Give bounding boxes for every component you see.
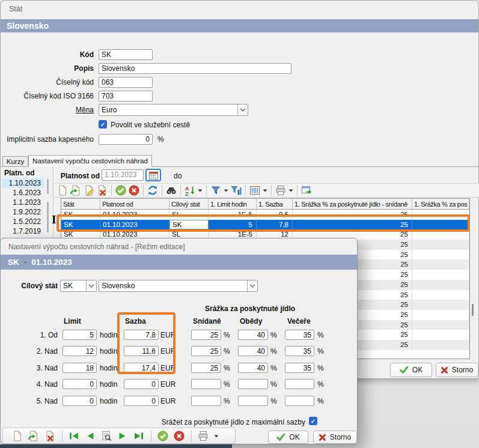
table-row[interactable]: SK01.10.2023SI1E-59,525 xyxy=(61,210,469,220)
limit-input[interactable]: 5 xyxy=(63,330,97,340)
refresh-icon[interactable] xyxy=(147,184,159,196)
view-record-icon[interactable] xyxy=(100,430,112,442)
dropdown-arrow-icon[interactable] xyxy=(288,184,294,196)
table-cell[interactable]: 25 xyxy=(293,210,412,220)
dropdown-arrow-icon[interactable] xyxy=(223,184,229,196)
table-cell[interactable]: 1E-5 xyxy=(209,210,257,220)
dropdown-arrow-icon[interactable] xyxy=(197,184,203,196)
platn-od-item[interactable]: 1.1.2023 xyxy=(2,198,44,207)
binoculars-icon[interactable] xyxy=(165,184,177,196)
left-scrollbar-thumb2[interactable] xyxy=(47,202,49,232)
snidane-input[interactable]: 25 xyxy=(191,363,221,373)
printer-icon[interactable] xyxy=(275,184,287,196)
sort-az-icon[interactable]: AZ xyxy=(184,184,196,196)
doc-import-icon[interactable] xyxy=(28,430,40,442)
table-column-header[interactable]: Cílový stat xyxy=(169,199,209,209)
obedy-input[interactable] xyxy=(238,396,268,406)
table-cell[interactable] xyxy=(412,270,469,280)
table-cell[interactable]: 01.10.2023 xyxy=(100,220,169,230)
limit-input[interactable]: 0 xyxy=(63,379,97,389)
dialog-ok-button[interactable]: OK xyxy=(268,431,308,444)
cilovy-stat-name-combo[interactable]: Slovensko xyxy=(99,280,258,292)
table-cell[interactable]: 9,5 xyxy=(257,210,293,220)
table-cell[interactable] xyxy=(412,250,469,260)
storno-button[interactable]: Storno xyxy=(436,363,478,377)
chevron-down-icon[interactable] xyxy=(247,280,257,291)
table-cell[interactable] xyxy=(412,300,469,310)
printer-icon[interactable] xyxy=(197,430,209,442)
snidane-input[interactable] xyxy=(191,396,221,406)
iso-input[interactable]: 703 xyxy=(99,91,153,101)
table-cell[interactable] xyxy=(412,259,469,270)
table-cell[interactable] xyxy=(412,290,469,300)
filter-icon[interactable] xyxy=(210,184,222,196)
srazet-checkbox[interactable]: ✓ xyxy=(309,417,317,425)
table-cell[interactable]: SK xyxy=(169,220,209,230)
platnost-od-input[interactable]: 1.10.2023 xyxy=(102,169,144,181)
doc-new-icon[interactable] xyxy=(11,430,23,442)
obedy-input[interactable]: 40 xyxy=(238,363,268,373)
platn-od-item[interactable]: 1.7.2019 xyxy=(2,226,44,236)
kod-input[interactable]: SK xyxy=(99,49,153,60)
vecere-input[interactable] xyxy=(285,379,314,389)
sazba-input[interactable]: 7,8 xyxy=(124,330,159,340)
doc-delete-icon[interactable] xyxy=(44,430,56,442)
table-cell[interactable] xyxy=(412,340,469,350)
nav-next-icon[interactable] xyxy=(117,430,129,442)
ok-button[interactable]: OK xyxy=(390,363,432,377)
chevron-down-icon[interactable] xyxy=(237,104,248,115)
vecere-input[interactable]: 35 xyxy=(285,346,314,356)
table-cell[interactable]: SI xyxy=(169,210,209,220)
dropdown-arrow-icon[interactable] xyxy=(262,184,268,196)
ok-circle-icon[interactable] xyxy=(157,430,169,442)
doc-import-icon[interactable] xyxy=(70,184,82,196)
limit-input[interactable]: 12 xyxy=(63,346,97,356)
table-column-header[interactable]: Stát xyxy=(61,199,100,209)
filter-chart-icon[interactable] xyxy=(230,184,242,196)
table-cell[interactable]: 01.10.2023 xyxy=(100,210,169,220)
cancel-circle-icon[interactable] xyxy=(128,184,140,196)
table-row[interactable]: SK01.10.2023SK57,825 xyxy=(61,220,469,230)
ok-circle-icon[interactable] xyxy=(115,184,127,196)
table-cell[interactable] xyxy=(412,220,469,230)
table-cell[interactable] xyxy=(412,240,469,250)
limit-input[interactable]: 0 xyxy=(63,396,97,406)
table-scrollbar-thumb[interactable] xyxy=(472,304,474,316)
popis-input[interactable]: Slovensko xyxy=(99,63,291,74)
sazba-input[interactable]: 11,6 xyxy=(124,346,159,356)
table-column-header[interactable]: 1. Srážka % za pos xyxy=(412,199,469,209)
platn-od-item[interactable]: 1.6.2023 xyxy=(2,188,44,198)
snidane-input[interactable]: 25 xyxy=(191,330,221,340)
table-cell[interactable] xyxy=(412,320,469,330)
sazba-input[interactable]: 0 xyxy=(124,379,159,389)
vecere-input[interactable] xyxy=(285,396,314,406)
sazba-input[interactable]: 17,4 xyxy=(124,363,159,373)
table-column-header[interactable]: Platnost od xyxy=(100,199,169,209)
table-cell[interactable]: SK xyxy=(61,210,100,220)
columns-icon[interactable] xyxy=(249,184,261,196)
doc-delete-icon[interactable] xyxy=(96,184,108,196)
ciselny-kod-input[interactable]: 063 xyxy=(99,77,153,88)
sazba-input[interactable]: 0 xyxy=(124,396,159,406)
table-cell[interactable] xyxy=(412,229,469,240)
dropdown-arrow-icon[interactable] xyxy=(213,430,219,442)
obedy-input[interactable] xyxy=(238,379,268,389)
snidane-input[interactable] xyxy=(191,379,221,389)
doc-new-icon[interactable] xyxy=(56,184,69,196)
table-column-header[interactable]: 1. Srážka % za poskytnuté jídlo - snídan… xyxy=(293,199,412,209)
snidane-input[interactable]: 25 xyxy=(191,346,221,356)
platn-od-item[interactable]: 1.9.2022 xyxy=(2,207,44,217)
kapesne-input[interactable]: 0 xyxy=(99,134,153,145)
doc-edit-icon[interactable] xyxy=(83,184,95,196)
table-cell[interactable] xyxy=(412,210,469,220)
table-column-header[interactable]: 1. Limit hodin xyxy=(209,199,257,209)
povolit-checkbox[interactable]: ✓ xyxy=(99,120,107,129)
table-cell[interactable] xyxy=(412,280,469,290)
cilovy-stat-code-combo[interactable]: SK xyxy=(60,280,97,292)
vecere-input[interactable]: 35 xyxy=(285,363,314,373)
table-cell[interactable]: 5 xyxy=(209,220,257,230)
table-column-header[interactable]: 1. Sazba xyxy=(257,199,293,209)
mena-combo[interactable]: Euro xyxy=(99,104,248,116)
tab-kurzy[interactable]: Kurzy xyxy=(2,156,28,167)
nav-last-icon[interactable] xyxy=(133,430,145,442)
